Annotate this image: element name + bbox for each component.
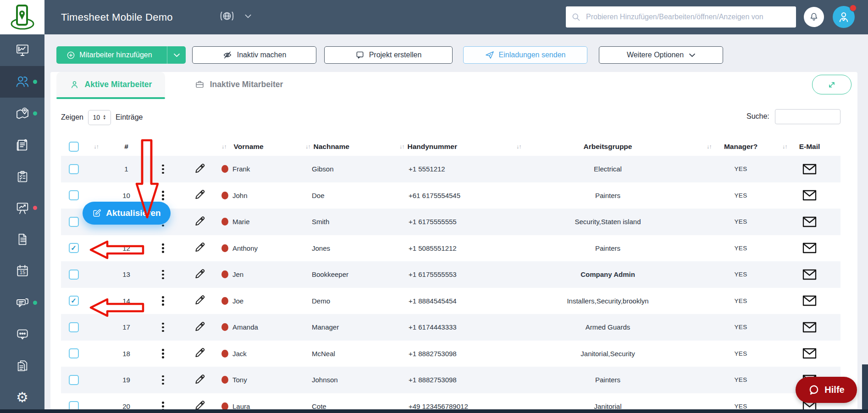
row-checkbox[interactable] [69,243,79,253]
row-menu-button[interactable] [144,349,182,358]
row-checkbox[interactable] [69,270,79,280]
row-checkbox[interactable] [69,322,79,332]
table-row: 20 Laura Cote +49 123456789012 Janitoria… [61,393,840,410]
last-name: Gibson [302,165,396,173]
phone-number: +1 8882753098 [396,376,513,384]
sidebar-item-invoices[interactable] [0,350,44,381]
status-dot [221,165,228,173]
row-menu-button[interactable] [144,323,182,332]
edit-pencil-icon[interactable] [194,400,206,409]
add-employee-dropdown[interactable] [167,46,186,64]
fullscreen-button[interactable] [812,75,851,94]
row-number: 14 [109,297,144,305]
row-menu-button[interactable] [144,165,182,174]
sidebar-item-dashboard[interactable] [0,34,44,66]
select-all-checkbox[interactable] [69,142,79,152]
email-icon[interactable] [802,190,817,201]
tab-inactive-employees[interactable]: Inaktive Mitarbeiter [186,72,292,97]
sidebar-item-calendar[interactable]: 15 [0,255,44,287]
row-menu-button[interactable] [144,296,182,306]
sidebar-item-analytics[interactable] [0,192,44,224]
header-workgroup[interactable]: ↓↑Arbeitsgruppe [513,143,703,151]
document-icon [16,232,29,247]
header-first-name[interactable]: ↓↑Vorname [217,143,302,151]
row-checkbox[interactable] [69,217,79,227]
row-number: 12 [109,244,144,252]
edit-pencil-icon[interactable] [194,347,206,359]
phone-number: +1 8882753098 [396,350,513,358]
manager-flag: YES [703,245,779,252]
sidebar-item-settings[interactable]: ⚙ [0,381,44,413]
row-menu-button[interactable] [144,402,182,409]
edit-pencil-icon[interactable] [194,242,206,254]
create-project-button[interactable]: Projekt erstellen [324,46,453,64]
tab-active-employees[interactable]: Aktive Mitarbeiter [56,72,165,97]
update-button[interactable]: Aktualisieren [83,202,171,225]
row-number: 17 [109,323,144,331]
edit-pencil-icon[interactable] [194,216,206,228]
sidebar-item-map[interactable] [0,98,44,129]
notebook-icon [15,138,30,152]
header-manager[interactable]: ↓↑Manager? [703,143,779,151]
global-search[interactable] [566,6,796,28]
row-number: 1 [109,165,144,173]
row-menu-button[interactable] [144,375,182,385]
manager-flag: YES [703,403,779,409]
email-icon[interactable] [802,295,817,306]
edit-pencil-icon[interactable] [194,374,206,386]
sidebar-item-tasks[interactable] [0,160,44,192]
more-options-button[interactable]: Weitere Optionen [599,46,723,64]
table-search-input[interactable] [775,109,840,124]
sidebar-item-feedback[interactable] [0,318,44,350]
row-checkbox[interactable] [69,401,79,409]
sort-icon: ↓↑ [399,143,404,150]
page-size-value: 10 [93,114,100,121]
phone-number: +1 5085551212 [396,244,513,252]
language-globe-icon[interactable] [219,8,235,24]
notifications-button[interactable] [804,7,824,27]
row-checkbox[interactable] [69,190,79,200]
app-logo[interactable] [0,0,44,34]
email-icon[interactable] [802,216,817,227]
chevron-down-icon[interactable] [245,14,251,18]
manager-flag: YES [703,165,779,172]
row-menu-button[interactable] [144,243,182,253]
row-checkbox[interactable] [69,164,79,174]
sidebar-item-documents[interactable] [0,224,44,255]
first-name: Frank [232,165,250,173]
send-invitations-button[interactable]: Einladungen senden [463,46,587,64]
email-icon[interactable] [802,348,817,359]
row-menu-button[interactable] [144,270,182,280]
make-inactive-button[interactable]: Inaktiv machen [192,46,316,64]
search-input[interactable] [585,12,791,22]
add-employee-button[interactable]: Mitarbeiter hinzufügen [56,46,186,64]
edit-pencil-icon[interactable] [194,189,206,201]
email-icon[interactable] [802,269,817,280]
header-email[interactable]: ↓↑E-Mail [779,143,840,151]
row-checkbox[interactable] [69,348,79,358]
row-menu-button[interactable] [144,191,182,200]
page-size-select[interactable]: 10 ▲▼ [88,110,111,125]
sidebar-item-employees[interactable] [0,66,44,98]
header-last-name[interactable]: ↓↑Nachname [302,143,396,151]
header-phone[interactable]: ↓↑Handynummer [396,143,513,151]
email-icon[interactable] [802,242,817,253]
edit-pencil-icon[interactable] [194,269,206,281]
sort-number[interactable]: ↓↑ [86,143,109,150]
manager-flag: YES [703,350,779,357]
app-screen: Timesheet Mobile Demo [0,0,868,413]
row-checkbox[interactable] [69,375,79,385]
scrollbar-thumb[interactable] [862,364,868,413]
email-icon[interactable] [802,322,817,333]
sidebar-nav: 15 ⚙ [0,34,44,413]
edit-pencil-icon[interactable] [194,295,206,307]
edit-pencil-icon[interactable] [194,321,206,333]
email-icon[interactable] [802,164,817,175]
sidebar-item-messages[interactable] [0,287,44,319]
help-button[interactable]: Hilfe [796,377,857,403]
row-checkbox[interactable] [69,296,79,306]
edit-pencil-icon[interactable] [194,163,206,175]
project-bubble-icon [355,50,365,60]
manager-flag: YES [703,324,779,330]
sidebar-item-reports[interactable] [0,129,44,160]
